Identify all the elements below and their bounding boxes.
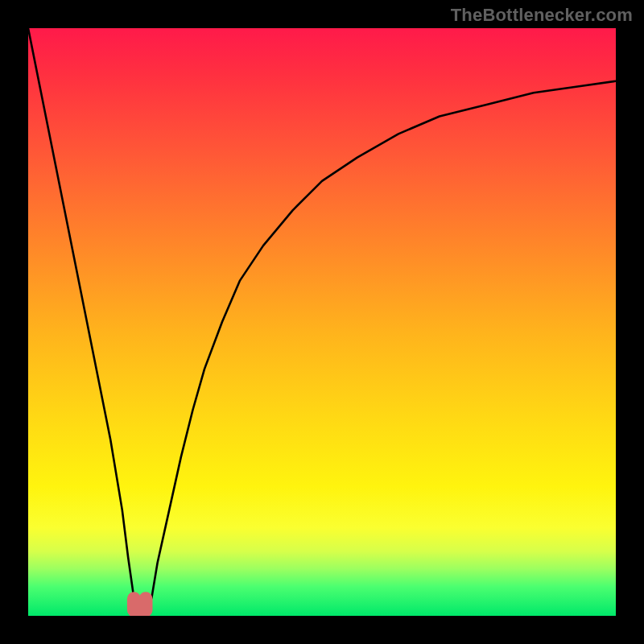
minimum-u-marker <box>134 599 146 613</box>
watermark-text: TheBottlenecker.com <box>451 5 633 26</box>
chart-frame: TheBottlenecker.com <box>0 0 644 644</box>
curve-path <box>28 28 616 610</box>
plot-area <box>28 28 616 616</box>
bottleneck-curve <box>28 28 616 616</box>
